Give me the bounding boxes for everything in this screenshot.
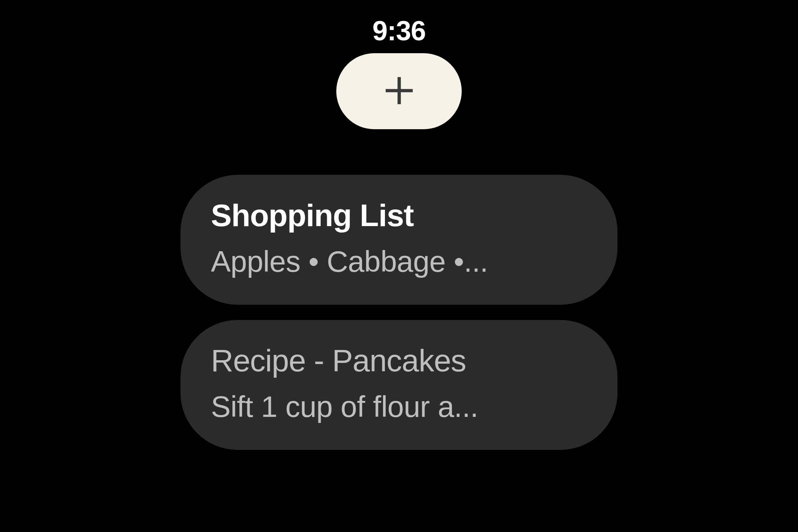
notes-list: Shopping List Apples • Cabbage •... Reci… [180, 175, 618, 450]
note-title: Recipe - Pancakes [211, 343, 587, 378]
note-card[interactable]: Shopping List Apples • Cabbage •... [180, 175, 618, 305]
note-title: Shopping List [211, 198, 587, 233]
plus-icon [381, 73, 417, 110]
note-card[interactable]: Recipe - Pancakes Sift 1 cup of flour a.… [180, 320, 618, 450]
clock-time: 9:36 [372, 15, 426, 46]
add-note-button[interactable] [336, 53, 462, 129]
note-preview: Apples • Cabbage •... [211, 245, 587, 278]
note-preview: Sift 1 cup of flour a... [211, 391, 587, 423]
